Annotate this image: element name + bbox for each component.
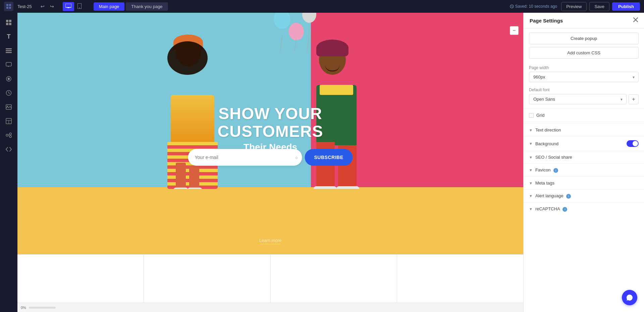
svg-rect-10 — [9, 20, 11, 22]
tab-thank-you-page[interactable]: Thank you page — [126, 2, 168, 11]
progress-label: 0% — [21, 306, 26, 310]
canvas-content: SHOW YOUR CUSTOMERS Their Needs ⬦ SUBSCR… — [17, 13, 523, 312]
undo-redo-group: ↩ ↪ — [39, 2, 56, 10]
device-switcher — [63, 2, 84, 11]
sidebar-icon-integrations[interactable] — [2, 129, 15, 142]
background-toggle[interactable] — [627, 140, 639, 147]
panel-title: Page Settings — [530, 18, 563, 23]
add-font-button[interactable]: + — [629, 94, 639, 104]
panel-divider-1 — [524, 108, 644, 109]
page-tabs: Main page Thank you page — [94, 2, 168, 11]
seo-chevron-icon: ▼ — [529, 155, 533, 159]
panel-actions: Create popup Add custom CSS — [524, 29, 644, 63]
save-button[interactable]: Save — [589, 2, 609, 11]
section-background-header[interactable]: ▼ Background — [524, 137, 644, 151]
create-popup-button[interactable]: Create popup — [529, 33, 639, 44]
topbar: Test-25 ↩ ↪ Main page Thank you page Sav… — [0, 0, 644, 13]
svg-rect-9 — [6, 20, 8, 22]
section-seo: ▼ SEO / Social share — [524, 151, 644, 163]
add-custom-css-button[interactable]: Add custom CSS — [529, 47, 639, 59]
sidebar-icon-image[interactable] — [2, 101, 15, 113]
section-meta-tags: ▼ Meta tags — [524, 176, 644, 189]
text-direction-label: Text direction — [535, 127, 639, 133]
svg-rect-5 — [67, 7, 69, 8]
page-width-select[interactable]: 960px — [529, 72, 639, 82]
sidebar-icon-layout[interactable] — [2, 115, 15, 127]
subscribe-button[interactable]: SUBSCRIBE — [305, 149, 353, 166]
section-text-direction-header[interactable]: ▼ Text direction — [524, 124, 644, 136]
svg-line-28 — [8, 136, 9, 136]
svg-line-29 — [280, 36, 282, 51]
section-seo-header[interactable]: ▼ SEO / Social share — [524, 151, 644, 163]
progress-bar: 0% — [17, 303, 523, 312]
font-select-wrap: Open Sans ▼ — [529, 94, 627, 104]
favicon-info-icon[interactable]: i — [553, 168, 558, 173]
grid-checkbox-row: Grid — [524, 110, 644, 120]
alert-language-info-icon[interactable]: i — [566, 194, 571, 199]
favicon-chevron-icon: ▼ — [529, 168, 533, 172]
sidebar-icon-grid[interactable] — [2, 16, 15, 29]
seo-label: SEO / Social share — [535, 155, 639, 160]
email-bar-icon: ⬦ — [295, 154, 298, 160]
sidebar-icon-comment[interactable] — [2, 58, 15, 71]
svg-point-26 — [9, 136, 11, 138]
svg-rect-13 — [6, 48, 12, 49]
font-row: Open Sans ▼ + — [529, 94, 639, 104]
left-sidebar: T — [0, 13, 17, 312]
tablet-device-button[interactable] — [75, 2, 84, 11]
section-recaptcha-header[interactable]: ▼ reCAPTCHA i — [524, 203, 644, 215]
svg-rect-16 — [6, 62, 11, 66]
section-text-direction: ▼ Text direction — [524, 123, 644, 136]
save-status: Saved: 10 seconds ago — [510, 4, 557, 9]
meta-tags-label: Meta tags — [535, 180, 639, 186]
redo-button[interactable]: ↪ — [48, 2, 56, 10]
svg-point-25 — [9, 133, 11, 135]
svg-rect-3 — [9, 7, 11, 9]
recaptcha-label: reCAPTCHA i — [535, 206, 639, 212]
svg-rect-0 — [6, 4, 8, 6]
learn-more-text[interactable]: Learn more — [259, 238, 281, 243]
svg-rect-4 — [65, 4, 71, 7]
svg-line-30 — [294, 38, 296, 51]
sidebar-icon-clock[interactable] — [2, 87, 15, 99]
svg-rect-15 — [6, 52, 12, 53]
section-recaptcha: ▼ reCAPTCHA i — [524, 202, 644, 215]
default-font-select[interactable]: Open Sans — [529, 94, 627, 104]
undo-button[interactable]: ↩ — [39, 2, 47, 10]
chat-button[interactable] — [622, 290, 637, 305]
svg-rect-2 — [6, 7, 8, 9]
sidebar-icon-text[interactable]: T — [2, 30, 15, 43]
section-favicon-header[interactable]: ▼ Favicon i — [524, 164, 644, 176]
svg-line-31 — [307, 30, 309, 51]
panel-divider-2 — [524, 122, 644, 122]
page-width-field: Page width 960px ▼ — [524, 63, 644, 85]
recaptcha-info-icon[interactable]: i — [562, 207, 567, 212]
sidebar-icon-embed[interactable] — [2, 143, 15, 156]
background-label: Background — [535, 141, 627, 146]
grid-checkbox-label: Grid — [536, 113, 545, 118]
section-alert-language-header[interactable]: ▼ Alert language i — [524, 190, 644, 202]
panel-close-button[interactable] — [633, 17, 638, 23]
desktop-device-button[interactable] — [63, 2, 74, 11]
grid-checkbox[interactable] — [529, 113, 534, 118]
page-title: Test-25 — [17, 4, 32, 9]
svg-rect-12 — [9, 23, 11, 25]
section-alert-language: ▼ Alert language i — [524, 189, 644, 202]
tab-main-page[interactable]: Main page — [94, 2, 125, 11]
sidebar-icon-rows[interactable] — [2, 44, 15, 57]
section-background: ▼ Background — [524, 136, 644, 151]
panel-header: Page Settings — [524, 13, 644, 29]
section-meta-tags-header[interactable]: ▼ Meta tags — [524, 177, 644, 189]
email-input[interactable] — [195, 155, 295, 160]
main-canvas: SHOW YOUR CUSTOMERS Their Needs ⬦ SUBSCR… — [17, 13, 523, 312]
preview-button[interactable]: Preview — [561, 2, 587, 11]
topbar-right: Preview Save Publish — [561, 2, 640, 11]
hero-email-form: ⬦ SUBSCRIBE — [188, 149, 353, 166]
text-direction-chevron-icon: ▼ — [529, 128, 533, 132]
publish-button[interactable]: Publish — [612, 2, 640, 11]
meta-tags-chevron-icon: ▼ — [529, 181, 533, 185]
svg-point-7 — [79, 7, 80, 8]
sidebar-icon-widget[interactable] — [2, 72, 15, 85]
canvas-minus-button[interactable]: − — [510, 26, 519, 35]
learn-more-section: Learn more — [259, 238, 281, 244]
